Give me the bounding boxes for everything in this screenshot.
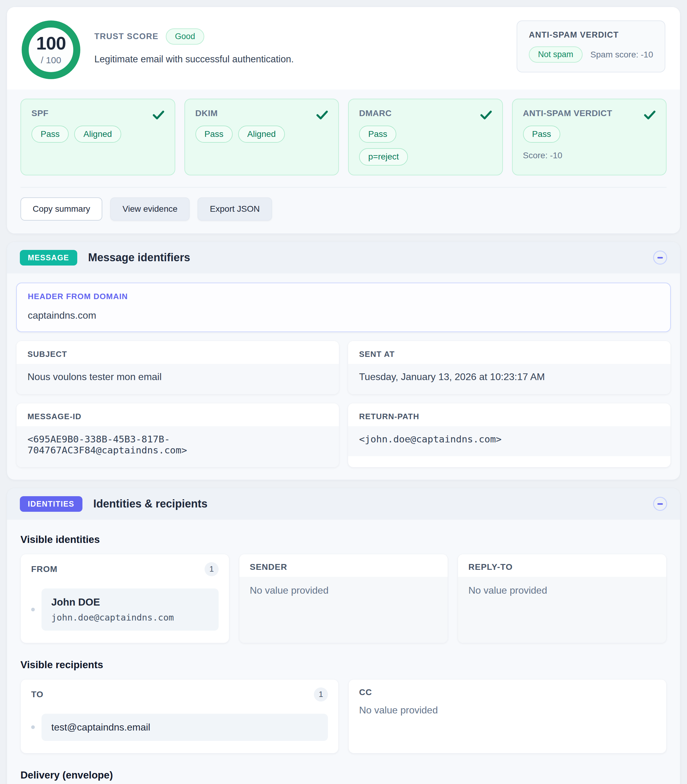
- anti-spam-score-text: Score: -10: [523, 151, 656, 160]
- identity-email: john.doe@captaindns.com: [51, 612, 209, 623]
- recipient-email: test@captaindns.email: [51, 721, 318, 733]
- message-section-body: HEADER FROM DOMAIN captaindns.com SUBJEC…: [7, 273, 680, 480]
- trust-description: Legitimate email with successful authent…: [94, 54, 294, 65]
- summary-divider: [20, 187, 667, 188]
- view-evidence-button[interactable]: View evidence: [110, 198, 190, 221]
- count-badge: 1: [205, 562, 219, 576]
- field-label: SUBJECT: [16, 341, 339, 364]
- empty-value-text: No value provided: [250, 585, 329, 596]
- check-icon: [643, 108, 657, 122]
- identities-section-body: Visible identities FROM 1 John DOE john.…: [7, 520, 680, 784]
- export-json-button[interactable]: Export JSON: [197, 198, 272, 221]
- field-label: HEADER FROM DOMAIN: [17, 283, 670, 306]
- status-badge: Pass: [359, 125, 396, 143]
- subject-field: SUBJECT Nous voulons tester mon email: [16, 341, 339, 394]
- reply-to-label: REPLY-TO: [468, 562, 513, 572]
- empty-value-text: No value provided: [468, 585, 547, 596]
- message-fields-grid: SUBJECT Nous voulons tester mon email SE…: [16, 341, 671, 468]
- check-icon: [479, 108, 493, 122]
- visible-identities-grid: FROM 1 John DOE john.doe@captaindns.com …: [20, 554, 667, 643]
- from-label: FROM: [31, 564, 58, 574]
- recipient-entry: test@captaindns.email: [41, 714, 328, 741]
- reply-to-card: REPLY-TO No value provided: [458, 554, 667, 643]
- identities-section-badge: IDENTITIES: [20, 496, 82, 512]
- message-id-field: MESSAGE-ID <695AE9B0-338B-45B3-817B-7047…: [16, 403, 339, 468]
- message-section-title: Message identifiers: [88, 251, 190, 264]
- anti-spam-check-card: ANTI-SPAM VERDICT Pass Score: -10: [512, 99, 667, 175]
- message-identifiers-section: MESSAGE Message identifiers HEADER FROM …: [7, 242, 680, 480]
- identities-section-header: IDENTITIES Identities & recipients: [7, 488, 680, 520]
- collapse-message-section-button[interactable]: [653, 250, 667, 265]
- identities-section-title: Identities & recipients: [94, 497, 208, 510]
- anti-spam-verdict-title: ANTI-SPAM VERDICT: [529, 30, 653, 40]
- dkim-check-card: DKIM Pass Aligned: [184, 99, 339, 175]
- to-label: TO: [31, 690, 43, 699]
- sender-label: SENDER: [250, 562, 287, 572]
- field-value: <john.doe@captaindns.com>: [348, 426, 671, 456]
- anti-spam-verdict-box: ANTI-SPAM VERDICT Not spam Spam score: -…: [517, 20, 665, 72]
- visible-recipients-heading: Visible recipients: [20, 659, 667, 670]
- trust-summary-body: SPF Pass Aligned DKIM Pass: [7, 89, 680, 234]
- check-icon: [315, 108, 329, 122]
- trust-score-value: 100: [36, 34, 66, 53]
- field-label: RETURN-PATH: [348, 403, 671, 426]
- header-from-domain-field: HEADER FROM DOMAIN captaindns.com: [16, 283, 671, 332]
- copy-summary-button[interactable]: Copy summary: [20, 198, 102, 221]
- identity-entry: John DOE john.doe@captaindns.com: [41, 588, 219, 631]
- collapse-identities-section-button[interactable]: [653, 497, 667, 511]
- spf-title: SPF: [31, 109, 164, 118]
- field-label: MESSAGE-ID: [16, 403, 339, 426]
- identities-section: IDENTITIES Identities & recipients Visib…: [7, 488, 680, 784]
- visible-identities-heading: Visible identities: [20, 534, 667, 545]
- from-card: FROM 1 John DOE john.doe@captaindns.com: [20, 554, 229, 643]
- cc-card: CC No value provided: [348, 679, 667, 753]
- trust-score-block: TRUST SCORE Good Legitimate email with s…: [94, 20, 294, 65]
- status-badge: Aligned: [238, 125, 285, 143]
- message-section-header: MESSAGE Message identifiers: [7, 242, 680, 273]
- cc-label: CC: [359, 687, 372, 697]
- to-card: TO 1 test@captaindns.email: [20, 679, 339, 753]
- spam-score-text: Spam score: -10: [590, 50, 653, 59]
- to-list-item: test@captaindns.email: [21, 707, 338, 753]
- status-badge: p=reject: [359, 148, 408, 165]
- sent-at-field: SENT AT Tuesday, January 13, 2026 at 10:…: [348, 341, 671, 394]
- minus-icon: [657, 503, 663, 505]
- status-badge: Pass: [31, 125, 69, 143]
- delivery-envelope-heading: Delivery (envelope): [20, 769, 667, 781]
- trust-summary-card: 100 / 100 TRUST SCORE Good Legitimate em…: [7, 7, 680, 234]
- empty-value-text: No value provided: [359, 705, 438, 716]
- field-value: Nous voulons tester mon email: [16, 364, 339, 394]
- trust-score-denominator: / 100: [41, 55, 61, 65]
- from-list-item: John DOE john.doe@captaindns.com: [21, 581, 229, 643]
- not-spam-badge: Not spam: [529, 46, 583, 63]
- message-section-badge: MESSAGE: [20, 250, 77, 265]
- trust-score-ring: 100 / 100: [22, 20, 80, 79]
- bullet-icon: [31, 608, 35, 611]
- dkim-title: DKIM: [196, 109, 328, 118]
- email-analysis-page: 100 / 100 TRUST SCORE Good Legitimate em…: [0, 0, 687, 784]
- field-value: Tuesday, January 13, 2026 at 10:23:17 AM: [348, 364, 671, 394]
- field-value: <695AE9B0-338B-45B3-817B-704767AC3F84@ca…: [16, 426, 339, 467]
- count-badge: 1: [314, 687, 328, 702]
- dmarc-title: DMARC: [359, 109, 492, 118]
- summary-actions: Copy summary View evidence Export JSON: [20, 198, 667, 221]
- auth-checks-grid: SPF Pass Aligned DKIM Pass: [20, 99, 667, 175]
- minus-icon: [657, 257, 663, 259]
- trust-grade-badge: Good: [166, 28, 204, 44]
- spf-check-card: SPF Pass Aligned: [20, 99, 175, 175]
- return-path-field: RETURN-PATH <john.doe@captaindns.com>: [348, 403, 671, 468]
- status-badge: Aligned: [74, 125, 121, 143]
- trust-summary-header: 100 / 100 TRUST SCORE Good Legitimate em…: [7, 7, 680, 89]
- bullet-icon: [31, 725, 35, 729]
- check-icon: [151, 108, 166, 122]
- status-badge: Pass: [196, 125, 233, 143]
- dmarc-check-card: DMARC Pass p=reject: [348, 99, 503, 175]
- trust-score-label: TRUST SCORE: [94, 32, 158, 41]
- field-label: SENT AT: [348, 341, 671, 364]
- sender-card: SENDER No value provided: [239, 554, 448, 643]
- identity-name: John DOE: [51, 596, 209, 608]
- visible-recipients-grid: TO 1 test@captaindns.email CC: [20, 679, 667, 753]
- field-value: captaindns.com: [17, 306, 670, 331]
- status-badge: Pass: [523, 125, 560, 143]
- anti-spam-title: ANTI-SPAM VERDICT: [523, 109, 656, 118]
